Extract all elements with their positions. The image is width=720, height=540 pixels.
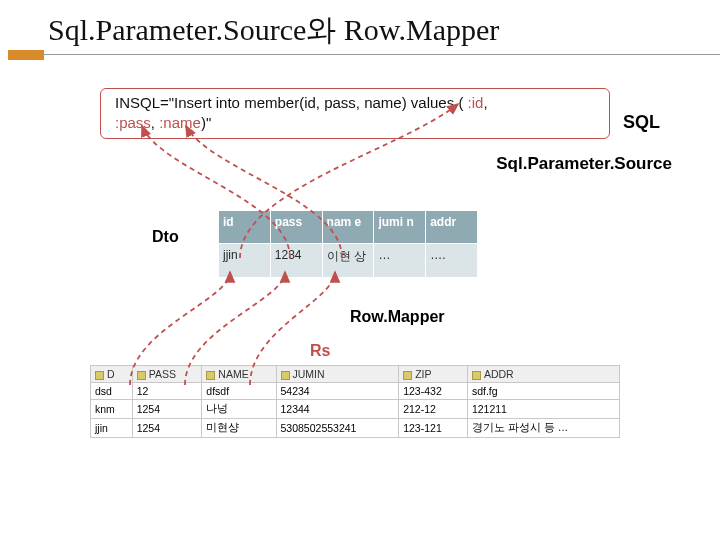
rs-h-0: D: [91, 366, 133, 383]
dto-data-row: jjin 1234 이현 상 … ….: [219, 244, 478, 278]
dto-c-name: 이현 상: [322, 244, 374, 278]
rs-row: dsd 12 dfsdf 54234 123-432 sdf.fg: [91, 383, 620, 400]
label-rs: Rs: [310, 342, 330, 360]
dto-h-id: id: [219, 211, 271, 244]
column-icon: [403, 371, 412, 380]
sql-param-pass: :pass: [115, 114, 151, 131]
label-rowmapper: Row.Mapper: [350, 308, 445, 326]
dto-c-id: jjin: [219, 244, 271, 278]
label-sqlparametersource: Sql.Parameter.Source: [496, 154, 672, 174]
page-title: Sql.Parameter.Source와 Row.Mapper: [48, 10, 499, 51]
column-icon: [95, 371, 104, 380]
column-icon: [206, 371, 215, 380]
sql-text-prefix: INSQL="Insert into member(id, pass, name…: [115, 94, 468, 111]
label-dto: Dto: [152, 228, 179, 246]
rs-h-4: ZIP: [399, 366, 468, 383]
title-accent: [8, 50, 44, 60]
dto-header-row: id pass nam e jumi n addr: [219, 211, 478, 244]
dto-table: id pass nam e jumi n addr jjin 1234 이현 상…: [218, 210, 478, 278]
title-rule: [44, 54, 720, 55]
column-icon: [281, 371, 290, 380]
label-sql: SQL: [623, 112, 660, 133]
sql-sep1: ,: [483, 94, 487, 111]
rs-row: jjin 1254 미현샹 5308502553241 123-121 경기노 …: [91, 419, 620, 438]
dto-h-jumin: jumi n: [374, 211, 426, 244]
dto-c-addr: ….: [426, 244, 478, 278]
dto-h-addr: addr: [426, 211, 478, 244]
dto-h-pass: pass: [270, 211, 322, 244]
sql-text-suffix: )": [201, 114, 211, 131]
dto-h-name: nam e: [322, 211, 374, 244]
dto-c-pass: 1234: [270, 244, 322, 278]
sql-sep2: ,: [151, 114, 159, 131]
dto-c-jumin: …: [374, 244, 426, 278]
sql-param-name: :name: [159, 114, 201, 131]
column-icon: [137, 371, 146, 380]
sql-param-id: :id: [468, 94, 484, 111]
rs-row: knm 1254 나넝 12344 212-12 121211: [91, 400, 620, 419]
column-icon: [472, 371, 481, 380]
resultset-grid: D PASS NAME JUMIN ZIP ADDR dsd 12 dfsdf …: [90, 365, 620, 438]
rs-h-1: PASS: [132, 366, 202, 383]
sql-statement-box: INSQL="Insert into member(id, pass, name…: [100, 88, 610, 139]
rs-h-2: NAME: [202, 366, 276, 383]
rs-h-5: ADDR: [467, 366, 619, 383]
rs-h-3: JUMIN: [276, 366, 399, 383]
rs-header-row: D PASS NAME JUMIN ZIP ADDR: [91, 366, 620, 383]
